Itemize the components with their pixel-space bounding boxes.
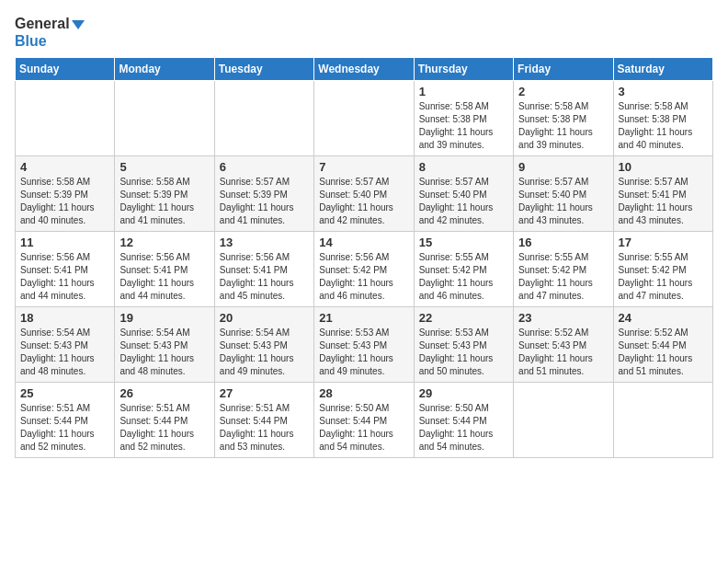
day-number: 24 <box>619 311 708 325</box>
calendar-cell: 23Sunrise: 5:52 AM Sunset: 5:43 PM Dayli… <box>514 307 613 383</box>
day-number: 8 <box>419 160 508 174</box>
page-header: GeneralBlue <box>15 15 713 50</box>
calendar-cell: 29Sunrise: 5:50 AM Sunset: 5:44 PM Dayli… <box>414 383 513 458</box>
day-number: 20 <box>220 311 309 325</box>
week-row-1: 1Sunrise: 5:58 AM Sunset: 5:38 PM Daylig… <box>16 81 713 156</box>
day-number: 15 <box>419 236 508 249</box>
calendar-table: SundayMondayTuesdayWednesdayThursdayFrid… <box>15 57 713 458</box>
day-info: Sunrise: 5:58 AM Sunset: 5:39 PM Dayligh… <box>119 176 209 227</box>
calendar-cell: 27Sunrise: 5:51 AM Sunset: 5:44 PM Dayli… <box>214 383 313 458</box>
day-info: Sunrise: 5:56 AM Sunset: 5:41 PM Dayligh… <box>119 251 209 303</box>
calendar-cell: 22Sunrise: 5:53 AM Sunset: 5:43 PM Dayli… <box>414 307 513 383</box>
day-number: 21 <box>319 311 408 325</box>
day-info: Sunrise: 5:53 AM Sunset: 5:43 PM Dayligh… <box>419 327 508 378</box>
calendar-cell: 4Sunrise: 5:58 AM Sunset: 5:39 PM Daylig… <box>16 156 115 232</box>
day-info: Sunrise: 5:50 AM Sunset: 5:44 PM Dayligh… <box>319 402 408 454</box>
calendar-cell: 10Sunrise: 5:57 AM Sunset: 5:41 PM Dayli… <box>613 156 712 232</box>
calendar-cell: 19Sunrise: 5:54 AM Sunset: 5:43 PM Dayli… <box>115 307 214 383</box>
logo: GeneralBlue <box>15 15 85 50</box>
logo-text: GeneralBlue <box>15 15 85 50</box>
header-sunday: Sunday <box>16 58 115 81</box>
header-monday: Monday <box>115 58 214 81</box>
calendar-cell: 21Sunrise: 5:53 AM Sunset: 5:43 PM Dayli… <box>314 307 414 383</box>
calendar-body: 1Sunrise: 5:58 AM Sunset: 5:38 PM Daylig… <box>16 81 713 458</box>
week-row-2: 4Sunrise: 5:58 AM Sunset: 5:39 PM Daylig… <box>16 156 713 232</box>
day-number: 14 <box>319 236 408 249</box>
calendar-cell: 9Sunrise: 5:57 AM Sunset: 5:40 PM Daylig… <box>514 156 613 232</box>
day-number: 23 <box>518 311 608 325</box>
calendar-cell: 13Sunrise: 5:56 AM Sunset: 5:41 PM Dayli… <box>214 232 313 307</box>
week-row-5: 25Sunrise: 5:51 AM Sunset: 5:44 PM Dayli… <box>16 383 713 458</box>
header-saturday: Saturday <box>613 58 712 81</box>
header-tuesday: Tuesday <box>214 58 313 81</box>
day-number: 16 <box>518 236 608 249</box>
day-info: Sunrise: 5:58 AM Sunset: 5:38 PM Dayligh… <box>619 100 708 152</box>
calendar-cell: 17Sunrise: 5:55 AM Sunset: 5:42 PM Dayli… <box>613 232 712 307</box>
day-number: 19 <box>119 311 209 325</box>
calendar-cell <box>613 383 712 458</box>
day-info: Sunrise: 5:58 AM Sunset: 5:38 PM Dayligh… <box>419 100 508 152</box>
day-info: Sunrise: 5:58 AM Sunset: 5:39 PM Dayligh… <box>20 176 109 227</box>
calendar-cell: 2Sunrise: 5:58 AM Sunset: 5:38 PM Daylig… <box>514 81 613 156</box>
day-info: Sunrise: 5:55 AM Sunset: 5:42 PM Dayligh… <box>518 251 608 303</box>
header-thursday: Thursday <box>414 58 513 81</box>
day-info: Sunrise: 5:51 AM Sunset: 5:44 PM Dayligh… <box>220 402 309 454</box>
day-number: 29 <box>419 386 508 400</box>
day-number: 11 <box>20 236 109 249</box>
day-info: Sunrise: 5:57 AM Sunset: 5:40 PM Dayligh… <box>419 176 508 227</box>
day-info: Sunrise: 5:51 AM Sunset: 5:44 PM Dayligh… <box>119 402 209 454</box>
calendar-cell: 15Sunrise: 5:55 AM Sunset: 5:42 PM Dayli… <box>414 232 513 307</box>
day-info: Sunrise: 5:50 AM Sunset: 5:44 PM Dayligh… <box>419 402 508 454</box>
calendar-cell: 20Sunrise: 5:54 AM Sunset: 5:43 PM Dayli… <box>214 307 313 383</box>
calendar-cell: 25Sunrise: 5:51 AM Sunset: 5:44 PM Dayli… <box>16 383 115 458</box>
calendar-cell: 5Sunrise: 5:58 AM Sunset: 5:39 PM Daylig… <box>115 156 214 232</box>
day-info: Sunrise: 5:54 AM Sunset: 5:43 PM Dayligh… <box>220 327 309 378</box>
calendar-cell: 26Sunrise: 5:51 AM Sunset: 5:44 PM Dayli… <box>115 383 214 458</box>
day-info: Sunrise: 5:54 AM Sunset: 5:43 PM Dayligh… <box>20 327 109 378</box>
calendar-cell: 16Sunrise: 5:55 AM Sunset: 5:42 PM Dayli… <box>514 232 613 307</box>
day-info: Sunrise: 5:53 AM Sunset: 5:43 PM Dayligh… <box>319 327 408 378</box>
day-info: Sunrise: 5:54 AM Sunset: 5:43 PM Dayligh… <box>119 327 209 378</box>
calendar-cell <box>214 81 313 156</box>
day-info: Sunrise: 5:51 AM Sunset: 5:44 PM Dayligh… <box>20 402 109 454</box>
calendar-cell: 1Sunrise: 5:58 AM Sunset: 5:38 PM Daylig… <box>414 81 513 156</box>
day-info: Sunrise: 5:56 AM Sunset: 5:42 PM Dayligh… <box>319 251 408 303</box>
day-info: Sunrise: 5:57 AM Sunset: 5:40 PM Dayligh… <box>319 176 408 227</box>
day-number: 2 <box>518 85 608 98</box>
day-number: 10 <box>619 160 708 174</box>
day-number: 13 <box>220 236 309 249</box>
day-number: 18 <box>20 311 109 325</box>
day-info: Sunrise: 5:57 AM Sunset: 5:41 PM Dayligh… <box>619 176 708 227</box>
day-number: 4 <box>20 160 109 174</box>
calendar-cell <box>314 81 414 156</box>
calendar-cell <box>16 81 115 156</box>
header-wednesday: Wednesday <box>314 58 414 81</box>
day-number: 3 <box>619 85 708 98</box>
calendar-cell <box>514 383 613 458</box>
week-row-3: 11Sunrise: 5:56 AM Sunset: 5:41 PM Dayli… <box>16 232 713 307</box>
day-info: Sunrise: 5:55 AM Sunset: 5:42 PM Dayligh… <box>419 251 508 303</box>
calendar-cell: 8Sunrise: 5:57 AM Sunset: 5:40 PM Daylig… <box>414 156 513 232</box>
calendar-cell: 11Sunrise: 5:56 AM Sunset: 5:41 PM Dayli… <box>16 232 115 307</box>
calendar-cell: 24Sunrise: 5:52 AM Sunset: 5:44 PM Dayli… <box>613 307 712 383</box>
calendar-cell <box>115 81 214 156</box>
day-number: 1 <box>419 85 508 98</box>
day-number: 25 <box>20 386 109 400</box>
day-number: 27 <box>220 386 309 400</box>
day-number: 7 <box>319 160 408 174</box>
day-number: 6 <box>220 160 309 174</box>
calendar-cell: 14Sunrise: 5:56 AM Sunset: 5:42 PM Dayli… <box>314 232 414 307</box>
calendar-cell: 12Sunrise: 5:56 AM Sunset: 5:41 PM Dayli… <box>115 232 214 307</box>
day-number: 9 <box>518 160 608 174</box>
day-info: Sunrise: 5:52 AM Sunset: 5:43 PM Dayligh… <box>518 327 608 378</box>
day-info: Sunrise: 5:57 AM Sunset: 5:40 PM Dayligh… <box>518 176 608 227</box>
day-info: Sunrise: 5:58 AM Sunset: 5:38 PM Dayligh… <box>518 100 608 152</box>
header-friday: Friday <box>514 58 613 81</box>
calendar-cell: 7Sunrise: 5:57 AM Sunset: 5:40 PM Daylig… <box>314 156 414 232</box>
svg-marker-0 <box>72 20 85 29</box>
calendar-cell: 18Sunrise: 5:54 AM Sunset: 5:43 PM Dayli… <box>16 307 115 383</box>
calendar-cell: 3Sunrise: 5:58 AM Sunset: 5:38 PM Daylig… <box>613 81 712 156</box>
day-info: Sunrise: 5:56 AM Sunset: 5:41 PM Dayligh… <box>220 251 309 303</box>
day-number: 28 <box>319 386 408 400</box>
day-number: 17 <box>619 236 708 249</box>
